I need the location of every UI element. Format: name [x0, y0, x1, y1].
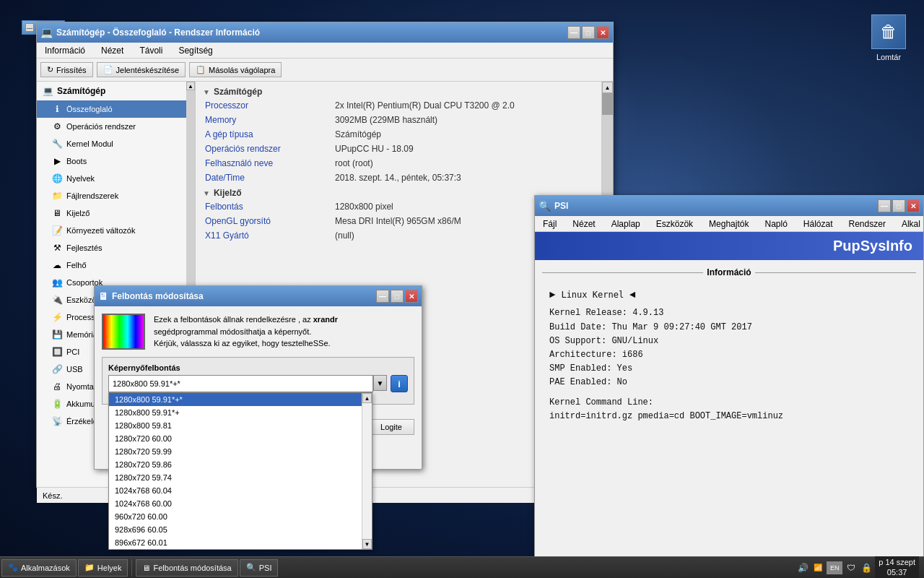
- sidebar-item-kernel[interactable]: 🔧 Kernel Modul: [37, 135, 186, 152]
- psi-menu-naplo[interactable]: Napló: [760, 217, 791, 230]
- menu-item-nezet[interactable]: Nézet: [97, 44, 128, 57]
- dropdown-item-3[interactable]: 1280x720 60.00: [109, 432, 372, 445]
- psi-menu-alaplap[interactable]: Alaplap: [607, 217, 645, 230]
- res-desc1: Ezek a felbontások állnak rendelkezésre …: [154, 315, 311, 324]
- tray-icon-1[interactable]: EN: [827, 561, 842, 574]
- sidebar-item-kijelzo[interactable]: 🖥 Kijelző: [37, 204, 186, 222]
- psi-minimize-button[interactable]: —: [878, 199, 891, 212]
- psi-kernel-header: ► Linux Kernel ◄: [549, 287, 909, 303]
- dropdown-item-9[interactable]: 960x720 60.00: [109, 510, 372, 523]
- task1-icon: 🖥: [142, 564, 150, 572]
- sidebar-item-boots[interactable]: ▶ Boots: [37, 152, 186, 170]
- sidebar-item-felho[interactable]: ☁ Felhő: [37, 256, 186, 274]
- erzekelek-icon: 📡: [51, 415, 63, 427]
- psi-menu-meghajtok[interactable]: Meghajtók: [705, 217, 753, 230]
- resolution-dialog: 🖥 Felbontás módosítása — □ ✕ Ezek a felb…: [94, 285, 422, 470]
- sidebar-item-fajlrendszerek[interactable]: 📁 Fájlrendszerek: [37, 187, 186, 204]
- processzor-key: Processzor: [199, 98, 329, 113]
- os-icon: ⚙: [51, 121, 63, 132]
- psi-section-line-right: [755, 272, 916, 273]
- sysinfo-minimize-button[interactable]: —: [567, 26, 580, 39]
- scroll-up-arrow[interactable]: ▲: [602, 82, 613, 93]
- res-close-button[interactable]: ✕: [405, 290, 418, 303]
- copy-button[interactable]: 📋 Másolás vágólapra: [189, 62, 282, 77]
- dropdown-item-8[interactable]: 1024x768 60.00: [109, 497, 372, 510]
- res-dropdown-arrow[interactable]: ▼: [373, 375, 387, 391]
- psi-title-icon: 🔍: [539, 200, 551, 212]
- psi-smp-enabled: SMP Enabled: Yes: [549, 362, 909, 376]
- refresh-button[interactable]: ↻ Frissítés: [40, 62, 93, 77]
- dropdown-item-6[interactable]: 1280x720 59.74: [109, 471, 372, 484]
- res-dropdown-wrapper: 924x578 59.91*+* ▼ 924x578 59.91*+* 12…: [108, 375, 387, 392]
- mini-btn[interactable]: —: [25, 23, 34, 32]
- sidebar-item-os[interactable]: ⚙ Operációs rendszer: [37, 118, 186, 135]
- dropdown-item-7[interactable]: 1024x768 60.04: [109, 484, 372, 497]
- psi-close-button[interactable]: ✕: [907, 199, 920, 212]
- psi-menu-alkal[interactable]: Alkal: [897, 217, 924, 230]
- report-button[interactable]: 📄 Jelentéskészítése: [97, 62, 186, 77]
- os-key: Operációs rendszer: [199, 142, 329, 156]
- res-minimize-button[interactable]: —: [376, 290, 389, 303]
- psi-menu-nezet[interactable]: Nézet: [568, 217, 599, 230]
- tray-volume-icon[interactable]: 🔊: [796, 561, 809, 574]
- psi-menu-fajl[interactable]: Fájl: [539, 217, 561, 230]
- dropdown-item-5[interactable]: 1280x720 59.86: [109, 458, 372, 471]
- taskbar-applications-button[interactable]: 🐾 Alkalmazások: [1, 559, 77, 577]
- res-cancel-button[interactable]: Logite: [368, 419, 414, 435]
- psi-maximize-button[interactable]: □: [892, 199, 905, 212]
- menu-item-information[interactable]: Információ: [40, 44, 90, 57]
- taskbar-task1-button[interactable]: 🖥 Felbontás módosítása: [136, 559, 237, 577]
- psi-titlebar: 🔍 PSI — □ ✕: [535, 196, 923, 216]
- tree-toggle-kijelzo[interactable]: ▼: [203, 189, 210, 197]
- taskbar-task2-button[interactable]: 🔍 PSI: [240, 559, 279, 577]
- scroll-thumb: [602, 93, 613, 115]
- res-section-box: Képernyőfelbontás 924x578 59.91*+* ▼ 12…: [102, 357, 414, 405]
- sysinfo-maximize-button[interactable]: □: [582, 26, 595, 39]
- tray-network-icon[interactable]: 📶: [811, 561, 824, 574]
- applications-label: Alkalmazások: [21, 564, 70, 572]
- dropdown-scrollbar: ▲ ▼: [362, 393, 372, 549]
- dropdown-item-4[interactable]: 1280x720 59.99: [109, 445, 372, 458]
- dropdown-item-0[interactable]: 924x578 59.91*+*: [109, 393, 372, 406]
- sidebar-item-osszefoglalo[interactable]: ℹ Összefoglaló: [37, 100, 186, 118]
- psi-title-text: PSI: [554, 201, 874, 211]
- res-dialog-text: Ezek a felbontások állnak rendelkezésre …: [154, 314, 338, 350]
- sidebar-scroll-up[interactable]: ▲: [186, 82, 195, 90]
- sidebar-root[interactable]: 💻 Számítógép: [37, 82, 186, 100]
- sidebar-label-korny: Környezeti változók: [66, 226, 135, 235]
- tray-icon-2[interactable]: 🛡: [845, 561, 858, 574]
- lomtar-label: Lomtár: [876, 53, 901, 61]
- res-maximize-button[interactable]: □: [391, 290, 404, 303]
- res-section-label: Képernyőfelbontás: [108, 363, 408, 372]
- tray-icon-3[interactable]: 🔒: [860, 561, 873, 574]
- report-label: Jelentéskészítése: [116, 66, 179, 74]
- dropdown-item-10[interactable]: 928x696 60.05: [109, 523, 372, 536]
- desktop-icon-lomtar[interactable]: 🗑 Lomtár: [871, 14, 906, 61]
- sidebar-label-kijelzo: Kijelző: [66, 209, 90, 217]
- dropdown-item-2[interactable]: 924x578 59.81: [109, 419, 372, 432]
- sidebar-item-fejlesztes[interactable]: ⚒ Fejlesztés: [37, 239, 186, 256]
- eszkozok-icon: 🔌: [51, 294, 63, 306]
- psi-build-date: Build Date: Thu Mar 9 09:27:40 GMT 2017: [549, 321, 909, 335]
- dropdown-item-1[interactable]: 924x578 59.91*+: [109, 406, 372, 419]
- korny-icon: 📝: [51, 225, 63, 236]
- menu-item-segitseg[interactable]: Segítség: [174, 44, 217, 57]
- res-select-display[interactable]: 924x578 59.91*+*: [108, 375, 373, 392]
- sysinfo-close-button[interactable]: ✕: [596, 26, 609, 39]
- dropdown-scroll-down[interactable]: ▼: [362, 539, 372, 549]
- sysinfo-window-controls: — □ ✕: [567, 26, 609, 39]
- tree-toggle-szamitogep[interactable]: ▼: [203, 88, 210, 96]
- psi-menu-eszkozok[interactable]: Eszközök: [652, 217, 697, 230]
- sidebar-item-nyelvek[interactable]: 🌐 Nyelvek: [37, 170, 186, 187]
- dropdown-scroll-up[interactable]: ▲: [362, 393, 372, 403]
- taskbar-places-button[interactable]: 📁 Helyek: [78, 559, 128, 577]
- res-info-button[interactable]: i: [391, 375, 408, 392]
- dropdown-item-11[interactable]: 896x672 60.01: [109, 536, 372, 549]
- sidebar-item-korny[interactable]: 📝 Környezeti változók: [37, 222, 186, 239]
- psi-menu-halozat[interactable]: Hálózat: [799, 217, 837, 230]
- res-desc2: segédprogrammal módosíthatja a képernyőt…: [154, 327, 311, 336]
- menu-item-tavoli[interactable]: Távoli: [135, 44, 167, 57]
- dropdown-scroll-track: [362, 403, 372, 539]
- psi-menu-rendszer[interactable]: Rendszer: [845, 217, 890, 230]
- memory-value: 3092MB (229MB használt): [329, 113, 598, 127]
